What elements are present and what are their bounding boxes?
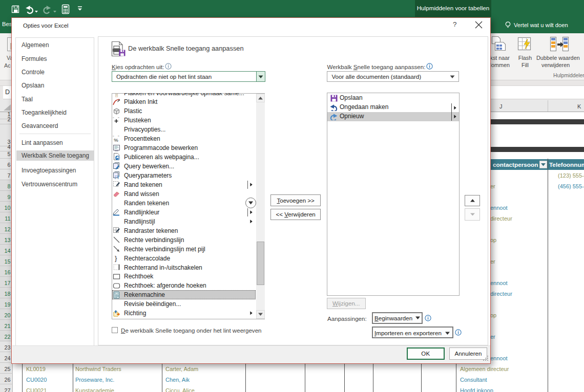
svg-text:%: % [114,137,118,142]
svg-text:}: } [115,254,117,262]
svg-text:“: “ [113,117,114,121]
svg-text:[?]: [?] [115,175,119,179]
svg-text:”: ” [118,117,119,121]
